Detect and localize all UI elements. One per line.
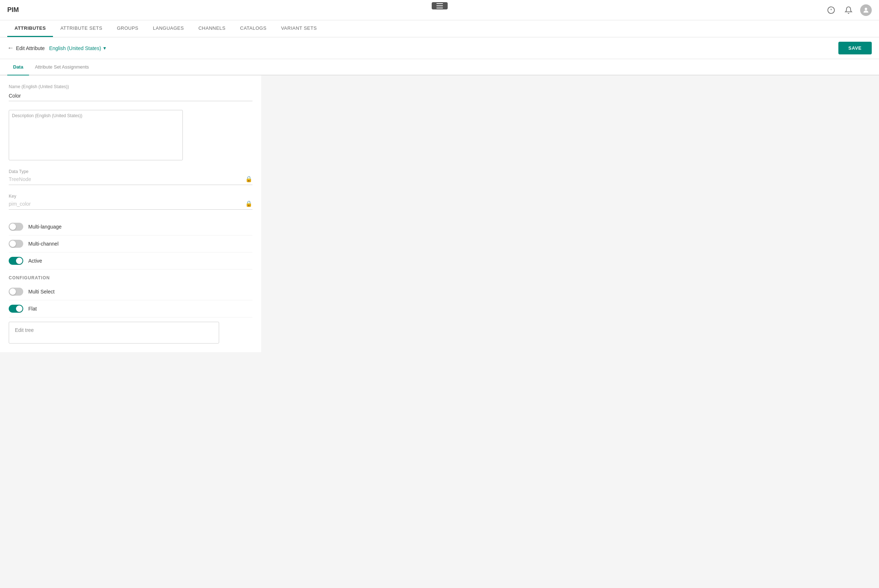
flat-toggle[interactable] [9, 305, 23, 313]
multi-language-toggle[interactable] [9, 223, 23, 231]
name-label: Name (English (United States)) [9, 84, 252, 89]
nav-tab-variant-sets[interactable]: VARIANT SETS [274, 20, 324, 37]
nav-tab-groups[interactable]: GROUPS [110, 20, 146, 37]
svg-rect-2 [436, 8, 443, 8]
language-selector[interactable]: English (United States) ▼ [49, 45, 106, 51]
nav-tab-attribute-sets[interactable]: ATTRIBUTE SETS [53, 20, 110, 37]
back-arrow-icon: ← [7, 44, 14, 52]
multi-select-toggle[interactable] [9, 288, 23, 296]
flat-slider [9, 305, 23, 313]
nav-tab-attributes[interactable]: ATTRIBUTES [7, 20, 53, 37]
multi-language-label: Multi-language [28, 224, 62, 230]
key-field-group: Key 🔒 [9, 194, 252, 210]
description-textarea-wrapper: Description (English (United States)) [9, 110, 183, 160]
top-bar: PIM [0, 0, 879, 20]
language-label: English (United States) [49, 45, 101, 51]
data-type-select[interactable]: TreeNode [9, 176, 242, 182]
top-bar-icons [825, 4, 872, 16]
multi-select-slider [9, 288, 23, 296]
config-section-title: CONFIGURATION [9, 270, 252, 283]
flat-label: Flat [28, 306, 37, 312]
nav-tab-languages[interactable]: LANGUAGES [146, 20, 191, 37]
description-label: Description (English (United States)) [12, 113, 180, 118]
svg-rect-0 [436, 3, 443, 4]
lock-icon: 🔒 [245, 176, 252, 183]
multi-channel-slider [9, 240, 23, 248]
sub-header: ← Edit Attribute English (United States)… [0, 38, 879, 59]
active-label: Active [28, 258, 42, 264]
multi-language-toggle-row: Multi-language [9, 218, 252, 236]
multi-channel-toggle[interactable] [9, 240, 23, 248]
app-title: PIM [7, 6, 19, 14]
multi-language-slider [9, 223, 23, 231]
active-toggle[interactable] [9, 257, 23, 265]
data-type-row: TreeNode 🔒 [9, 176, 252, 185]
svg-rect-1 [436, 6, 443, 6]
data-type-label: Data Type [9, 169, 252, 174]
page-tabs: Data Attribute Set Assignments [0, 59, 879, 75]
save-button[interactable]: SAVE [838, 42, 872, 54]
description-input[interactable] [12, 120, 180, 156]
edit-tree-box[interactable]: Edit tree [9, 322, 219, 344]
edit-tree-label: Edit tree [15, 327, 34, 333]
chevron-down-icon: ▼ [103, 46, 107, 51]
name-field-group: Name (English (United States)) [9, 84, 252, 101]
hamburger-button[interactable] [432, 2, 448, 9]
main-content: Name (English (United States)) Descripti… [0, 75, 261, 352]
back-button[interactable]: ← Edit Attribute [7, 44, 45, 52]
nav-tab-channels[interactable]: CHANNELS [191, 20, 233, 37]
page-tab-data[interactable]: Data [7, 59, 29, 75]
key-row: 🔒 [9, 200, 252, 210]
flat-toggle-row: Flat [9, 300, 252, 317]
active-slider [9, 257, 23, 265]
key-input[interactable] [9, 201, 242, 207]
nav-tabs: ATTRIBUTES ATTRIBUTE SETS GROUPS LANGUAG… [0, 20, 879, 38]
multi-channel-label: Multi-channel [28, 241, 58, 247]
bell-icon-button[interactable] [843, 4, 854, 16]
avatar[interactable] [860, 4, 872, 16]
data-type-field-group: Data Type TreeNode 🔒 [9, 169, 252, 185]
multi-select-toggle-row: Multi Select [9, 283, 252, 300]
name-input[interactable] [9, 91, 252, 101]
key-label: Key [9, 194, 252, 199]
key-lock-icon: 🔒 [245, 200, 252, 207]
nav-tab-catalogs[interactable]: CATALOGS [233, 20, 274, 37]
description-field-group: Description (English (United States)) [9, 110, 252, 160]
multi-select-label: Multi Select [28, 289, 54, 294]
multi-channel-toggle-row: Multi-channel [9, 236, 252, 252]
notifications-icon-button[interactable] [825, 4, 837, 16]
page-tab-attribute-set-assignments[interactable]: Attribute Set Assignments [29, 59, 94, 75]
svg-point-6 [865, 8, 867, 10]
back-label: Edit Attribute [16, 45, 45, 51]
active-toggle-row: Active [9, 252, 252, 270]
